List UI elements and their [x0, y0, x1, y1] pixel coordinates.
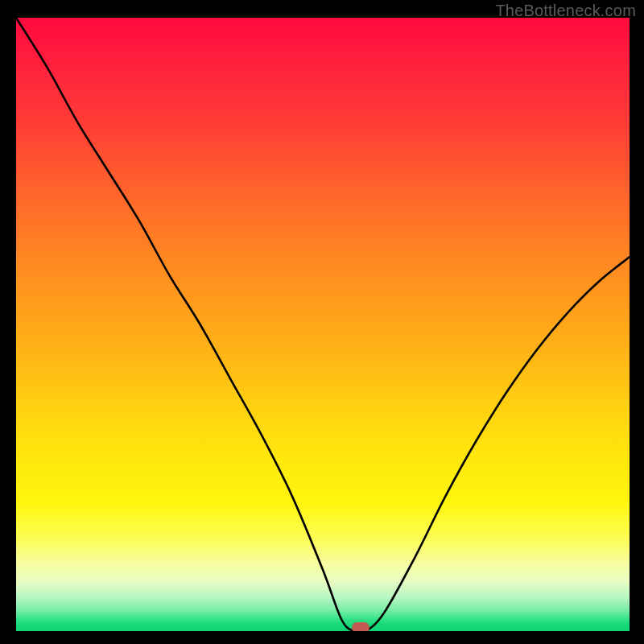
optimal-marker — [352, 622, 369, 631]
plot-area — [16, 18, 630, 631]
chart-frame: TheBottleneck.com — [0, 0, 644, 644]
bottleneck-curve — [16, 18, 630, 631]
